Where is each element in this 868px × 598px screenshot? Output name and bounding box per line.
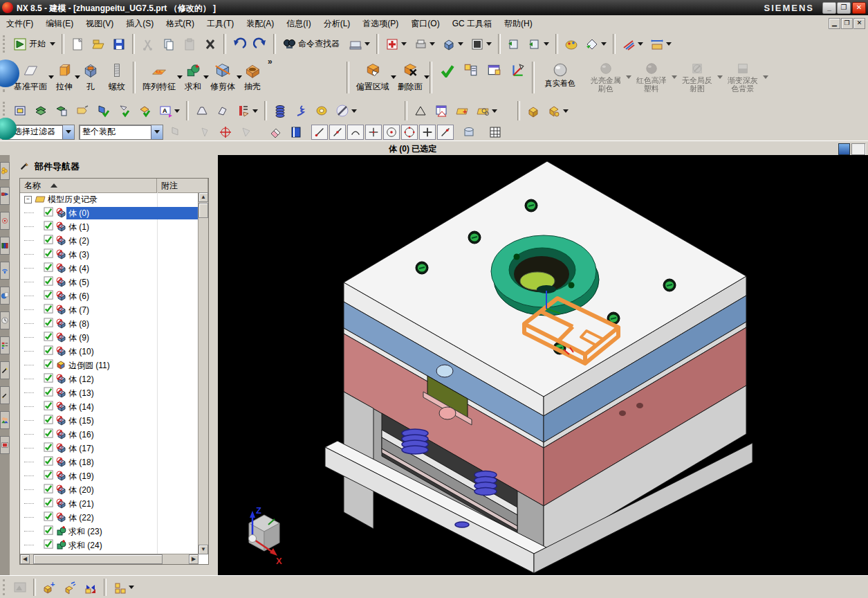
menu-item-8[interactable]: 分析(L) (317, 15, 357, 31)
tree-row-体2[interactable]: 体 (2) (20, 234, 198, 248)
tree-root-row[interactable]: − 模型历史记录 (20, 192, 198, 206)
menu-item-4[interactable]: 格式(R) (160, 15, 201, 31)
dropdown-arrow-icon[interactable] (563, 109, 569, 113)
tree-row-体7[interactable]: 体 (7) (20, 303, 198, 317)
delete-face-button[interactable]: 删除面 (394, 60, 426, 96)
toolbar-grip[interactable] (3, 35, 7, 53)
tree-row-边倒圆11[interactable]: 边倒圆 (11) (20, 359, 198, 372)
scroll-down-button[interactable]: ▼ (198, 545, 208, 554)
tree-row-体16[interactable]: 体 (16) (20, 428, 198, 442)
tree-row-体17[interactable]: 体 (17) (20, 442, 198, 455)
face-cyl-button[interactable] (459, 123, 479, 141)
view-cube-button[interactable] (439, 35, 466, 53)
folder-plus-button[interactable]: + (452, 102, 472, 120)
checkbox[interactable] (44, 387, 54, 399)
checkbox[interactable] (44, 456, 54, 469)
doc-close-button[interactable]: ✕ (853, 18, 865, 29)
chamfer1-button[interactable] (192, 102, 212, 120)
lock-box2-button[interactable] (544, 102, 571, 120)
horizontal-scroll-thumb[interactable] (33, 554, 163, 564)
palette-key-button[interactable] (562, 35, 581, 53)
dropdown-arrow-icon[interactable] (174, 109, 180, 113)
plotter-button[interactable] (411, 35, 438, 53)
snap-line2-button[interactable] (329, 125, 346, 140)
toolbar-overflow-chevron[interactable]: » (266, 57, 275, 66)
sketch-pad-button[interactable] (346, 35, 373, 53)
coil-blue-button[interactable] (270, 102, 290, 120)
checkbox[interactable] (44, 415, 54, 427)
comp-check2-button[interactable] (114, 102, 133, 120)
dropdown-arrow-icon[interactable] (401, 42, 407, 46)
list-hand-button[interactable] (234, 102, 261, 120)
hole-button[interactable]: 孔 (78, 60, 103, 96)
tree-row-体22[interactable]: 体 (22) (20, 511, 198, 525)
checkbox[interactable] (44, 511, 54, 524)
asm-table-button[interactable] (483, 60, 505, 96)
scroll-up-button[interactable]: ▲ (198, 192, 208, 202)
checkbox[interactable] (44, 207, 54, 219)
thread-button[interactable]: 螺纹 (104, 60, 129, 96)
checkbox[interactable] (44, 484, 54, 496)
shell-button[interactable]: 抽壳 (240, 60, 265, 96)
move-comp-button[interactable] (60, 579, 80, 597)
new-file-button[interactable] (68, 35, 87, 53)
checkbox[interactable] (44, 345, 54, 358)
dropdown-arrow-icon[interactable] (601, 42, 607, 46)
scroll-left-button[interactable]: ◀ (20, 554, 30, 564)
menu-item-1[interactable]: 编辑(E) (39, 15, 80, 31)
doc-restore-button[interactable]: ❐ (841, 18, 853, 29)
mountain-gray-button[interactable] (10, 579, 30, 597)
checkbox[interactable] (44, 304, 54, 316)
delete-x-button[interactable] (201, 35, 220, 53)
menu-item-2[interactable]: 视图(V) (80, 15, 120, 31)
spring-button[interactable] (291, 102, 311, 120)
tree-row-求和24[interactable]: 求和 (24) (20, 538, 198, 552)
checkbox[interactable] (44, 470, 54, 482)
no-coil-button[interactable] (333, 102, 360, 120)
checkbox[interactable] (44, 262, 54, 275)
menu-item-5[interactable]: 工具(T) (201, 15, 240, 31)
tree-row-体5[interactable]: 体 (5) (20, 275, 198, 289)
dropdown-arrow-icon[interactable] (129, 586, 134, 589)
dropdown-arrow-icon[interactable] (252, 109, 258, 113)
toolbar-grip[interactable] (3, 102, 7, 119)
real-sphere-button[interactable]: 真实着色 (538, 60, 582, 96)
vertical-scroll-thumb[interactable] (198, 203, 208, 218)
extrude-button[interactable]: 拉伸 (52, 60, 77, 96)
win-a-button[interactable] (504, 35, 524, 53)
status-blue-icon[interactable] (838, 143, 850, 155)
tree-row-体18[interactable]: 体 (18) (20, 455, 198, 469)
dropdown-arrow-icon[interactable] (666, 42, 672, 46)
dropdown-arrow-icon[interactable] (763, 75, 768, 79)
tree-row-体10[interactable]: 体 (10) (20, 345, 198, 359)
resource-tab-roles[interactable] (0, 411, 10, 429)
paste-button[interactable] (180, 35, 199, 53)
win-layout-button[interactable] (10, 102, 30, 120)
column-header-note[interactable]: 附注 (157, 179, 208, 192)
checkbox[interactable] (44, 428, 54, 441)
add-comp-button[interactable]: + (39, 579, 59, 597)
sel-gray1-button[interactable] (166, 123, 185, 141)
checkbox[interactable] (44, 373, 54, 386)
checkbox[interactable] (44, 401, 54, 413)
shaded-style-button[interactable] (468, 35, 495, 53)
checkbox[interactable] (44, 276, 54, 289)
snap-arc-button[interactable] (347, 125, 364, 140)
start-button[interactable]: 开始 (10, 35, 58, 53)
tree-row-体12[interactable]: 体 (12) (20, 372, 198, 386)
checkbox[interactable] (44, 539, 54, 552)
resource-tab-hd3d-tool[interactable] (0, 262, 10, 280)
dropdown-arrow-icon[interactable] (430, 42, 435, 46)
unite-button[interactable]: 求和 (181, 60, 205, 96)
dropdown-arrow-icon[interactable] (424, 75, 430, 79)
open-folder-button[interactable] (89, 35, 108, 53)
dropdown-arrow-icon[interactable] (458, 42, 463, 46)
scroll-right-button[interactable]: ▶ (189, 554, 198, 564)
comp-check3-button[interactable] (135, 102, 154, 120)
close-button[interactable]: ✕ (852, 2, 866, 14)
resource-tab-reuse-library[interactable] (0, 237, 10, 255)
spray-gray-button[interactable] (237, 123, 256, 141)
no-reflect-button[interactable]: 无全局反射图 (675, 60, 719, 96)
doc-minimize-button[interactable]: ▁ (829, 18, 840, 29)
book-blue-button[interactable] (286, 123, 306, 141)
